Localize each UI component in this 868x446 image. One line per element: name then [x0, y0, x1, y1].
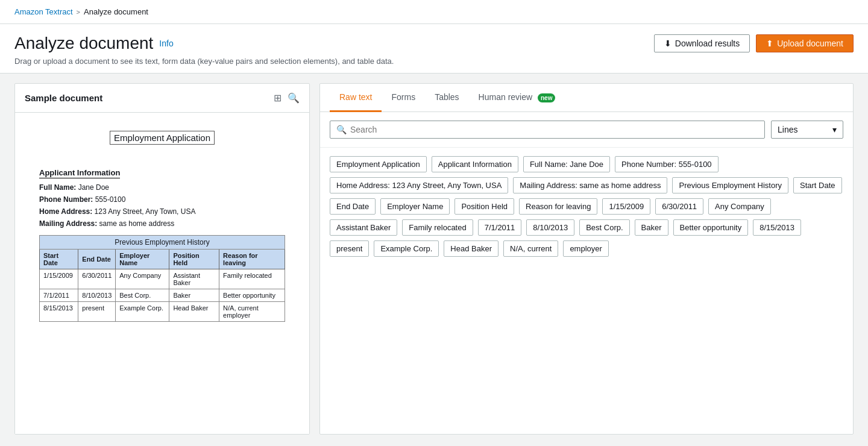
- doc-section-title: Applicant Information: [39, 168, 120, 178]
- tabs-bar: Raw text Forms Tables Human review new: [320, 84, 853, 112]
- tab-forms-label: Forms: [391, 92, 415, 102]
- col-employer: Employer Name: [116, 250, 169, 269]
- list-item: Better opportunity: [673, 219, 749, 236]
- list-item: Best Corp.: [579, 219, 629, 236]
- list-item: Start Date: [793, 177, 842, 193]
- download-label: Download results: [675, 39, 740, 48]
- grid-icon[interactable]: ⊞: [274, 92, 281, 104]
- list-item: 1/15/2009: [602, 198, 650, 215]
- cell: 7/1/2011: [40, 289, 78, 302]
- tab-tables-label: Tables: [435, 92, 459, 102]
- document-main-title: Employment Application: [110, 131, 215, 145]
- list-item: 7/1/2011: [478, 219, 522, 236]
- page-title: Analyze document: [14, 34, 153, 53]
- new-badge: new: [538, 93, 555, 102]
- field-mailingaddress: Mailing Address: same as home address: [39, 219, 285, 228]
- cell: Best Corp.: [116, 289, 169, 302]
- cell: N/A, current employer: [219, 302, 285, 322]
- table-row: 7/1/2011 8/10/2013 Best Corp. Baker Bett…: [40, 289, 285, 302]
- page-header: Analyze document Info ⬇ Download results…: [0, 24, 868, 74]
- lines-select[interactable]: Lines ▾: [771, 121, 843, 139]
- list-item: Assistant Baker: [330, 219, 397, 236]
- upload-label: Upload document: [777, 39, 843, 48]
- list-item: Previous Employment History: [672, 177, 788, 193]
- download-icon: ⬇: [664, 39, 671, 48]
- cell: 6/30/2011: [78, 269, 116, 289]
- tab-forms[interactable]: Forms: [382, 84, 425, 112]
- list-item: Reason for leaving: [519, 198, 597, 215]
- list-item: Applicant Information: [432, 156, 518, 172]
- field-phone: Phone Number: 555-0100: [39, 195, 285, 204]
- list-item: Full Name: Jane Doe: [523, 156, 610, 172]
- list-item: Head Baker: [444, 240, 498, 257]
- search-input[interactable]: [350, 125, 758, 134]
- download-results-button[interactable]: ⬇ Download results: [654, 34, 750, 52]
- table-row: 8/15/2013 present Example Corp. Head Bak…: [40, 302, 285, 322]
- breadcrumb-separator: >: [77, 8, 80, 16]
- applicant-section: Applicant Information Full Name: Jane Do…: [39, 168, 285, 228]
- col-reason: Reason for leaving: [219, 250, 285, 269]
- employment-table: Previous Employment History Start Date E…: [39, 235, 285, 322]
- col-start-date: Start Date: [40, 250, 78, 269]
- zoom-icon[interactable]: 🔍: [288, 92, 300, 104]
- tab-human-review-label: Human review: [479, 92, 532, 102]
- upload-icon: ⬆: [766, 39, 773, 48]
- cell: Baker: [169, 289, 219, 302]
- lines-select-label: Lines: [778, 125, 797, 134]
- list-item: Home Address: 123 Any Street, Any Town, …: [330, 177, 508, 193]
- list-item: End Date: [330, 198, 376, 215]
- list-item: employer: [563, 240, 608, 257]
- cell: Head Baker: [169, 302, 219, 322]
- breadcrumb: Amazon Textract > Analyze document: [14, 7, 148, 16]
- chevron-down-icon: ▾: [832, 125, 837, 134]
- tab-raw-text[interactable]: Raw text: [330, 84, 382, 112]
- cell: 1/15/2009: [40, 269, 78, 289]
- col-end-date: End Date: [78, 250, 116, 269]
- list-item: Mailing Address: same as home address: [513, 177, 667, 193]
- search-box[interactable]: 🔍: [330, 121, 765, 139]
- list-item: Employment Application: [330, 156, 427, 172]
- list-item: Position Held: [454, 198, 514, 215]
- table-row: 1/15/2009 6/30/2011 Any Company Assistan…: [40, 269, 285, 289]
- search-icon: 🔍: [336, 125, 347, 134]
- list-item: 8/15/2013: [753, 219, 801, 236]
- doc-panel-header: Sample document ⊞ 🔍: [15, 84, 309, 113]
- doc-panel-title: Sample document: [25, 93, 102, 103]
- list-item: N/A, current: [503, 240, 558, 257]
- list-item: 6/30/2011: [655, 198, 703, 215]
- doc-panel-icons: ⊞ 🔍: [274, 92, 300, 104]
- breadcrumb-link[interactable]: Amazon Textract: [14, 7, 73, 16]
- document-panel: Sample document ⊞ 🔍 Employment Applicati…: [14, 83, 310, 435]
- upload-document-button[interactable]: ⬆ Upload document: [756, 34, 854, 52]
- col-position: Position Held: [169, 250, 219, 269]
- top-nav-bar: Amazon Textract > Analyze document: [0, 0, 868, 24]
- cell: Example Corp.: [116, 302, 169, 322]
- list-item: Family relocated: [402, 219, 473, 236]
- table-main-header: Previous Employment History: [40, 236, 285, 250]
- list-item: Employer Name: [380, 198, 450, 215]
- doc-content: Employment Application Applicant Informa…: [15, 113, 309, 434]
- cell: Any Company: [116, 269, 169, 289]
- results-panel: Raw text Forms Tables Human review new 🔍…: [319, 83, 854, 435]
- field-homeaddress: Home Address: 123 Any Street, Any Town, …: [39, 207, 285, 216]
- main-content: Sample document ⊞ 🔍 Employment Applicati…: [0, 74, 868, 444]
- cell: Assistant Baker: [169, 269, 219, 289]
- list-item: Example Corp.: [374, 240, 439, 257]
- tab-human-review[interactable]: Human review new: [469, 84, 565, 112]
- header-actions: ⬇ Download results ⬆ Upload document: [654, 34, 854, 52]
- cell: 8/15/2013: [40, 302, 78, 322]
- cell: Better opportunity: [219, 289, 285, 302]
- cell: Family relocated: [219, 269, 285, 289]
- cell: 8/10/2013: [78, 289, 116, 302]
- tags-area: Employment ApplicationApplicant Informat…: [320, 148, 853, 434]
- cell: present: [78, 302, 116, 322]
- list-item: 8/10/2013: [526, 219, 574, 236]
- list-item: present: [330, 240, 369, 257]
- page-subtitle: Drag or upload a document to see its tex…: [14, 57, 854, 66]
- list-item: Any Company: [708, 198, 771, 215]
- info-link[interactable]: Info: [159, 39, 173, 48]
- search-area: 🔍 Lines ▾: [320, 112, 853, 148]
- list-item: Phone Number: 555-0100: [615, 156, 719, 172]
- breadcrumb-current: Analyze document: [84, 7, 148, 16]
- tab-tables[interactable]: Tables: [425, 84, 468, 112]
